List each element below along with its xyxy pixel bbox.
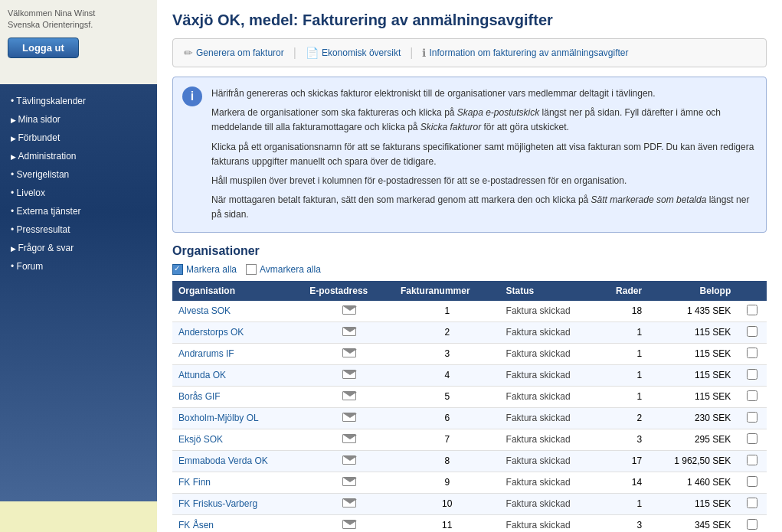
sidebar-item-frbundet[interactable]: Förbundet [0,129,157,147]
org-link[interactable]: Andrarums IF [178,348,234,359]
org-link[interactable]: FK Finn [178,477,211,488]
belopp-cell: 295 SEK [648,429,737,450]
row-checkbox-cell [737,493,767,514]
fakturanummer-cell: 3 [394,343,500,364]
email-icon[interactable] [342,520,356,529]
rader-cell: 1 [599,386,649,407]
status-cell: Faktura skickad [500,364,599,386]
belopp-cell: 1 962,50 SEK [648,450,737,472]
email-icon[interactable] [342,498,356,508]
row-select-checkbox[interactable] [747,305,757,315]
sidebar-item-pressresultat[interactable]: Pressresultat [0,220,157,239]
rader-cell: 2 [599,407,649,429]
row-checkbox-cell [737,343,767,364]
generate-invoices-button[interactable]: ✏ Generera om fakturor [181,45,287,60]
table-row: FK Åsen11Faktura skickad3345 SEK [172,514,767,532]
table-row: Boxholm-Mjölby OL6Faktura skickad2230 SE… [172,407,767,429]
org-link[interactable]: Boxholm-Mjölby OL [178,413,259,423]
row-checkbox-cell [737,429,767,450]
sidebar-item-mina-sidor[interactable]: Mina sidor [0,110,157,129]
th-rader: Rader [599,281,649,301]
org-table-body: Alvesta SOK1Faktura skickad181 435 SEKAn… [172,301,767,533]
fakturanummer-cell: 10 [394,493,500,514]
logout-button[interactable]: Logga ut [8,38,79,58]
org-link[interactable]: FK Åsen [178,520,214,530]
table-row: FK Friskus-Varberg10Faktura skickad1115 … [172,493,767,514]
table-row: Eksjö SOK7Faktura skickad3295 SEK [172,429,767,450]
org-link[interactable]: FK Friskus-Varberg [178,498,257,509]
row-select-checkbox[interactable] [747,348,757,358]
sidebar-item-externa-tjnster[interactable]: Externa tjänster [0,202,157,220]
rader-cell: 1 [599,343,649,364]
th-status: Status [500,281,599,301]
org-link[interactable]: Eksjö SOK [178,434,223,445]
email-icon[interactable] [342,370,356,379]
rader-cell: 3 [599,429,649,450]
fakturanummer-cell: 2 [394,321,500,343]
fakturanummer-cell: 6 [394,407,500,429]
info-button[interactable]: ℹ Information om fakturering av anmälnin… [419,45,631,60]
row-select-checkbox[interactable] [747,433,757,444]
rader-cell: 1 [599,364,649,386]
email-icon[interactable] [342,455,356,465]
email-icon[interactable] [342,434,356,443]
row-select-checkbox[interactable] [747,476,757,487]
economic-overview-button[interactable]: 📄 Ekonomisk översikt [303,45,404,60]
row-select-checkbox[interactable] [747,326,757,337]
email-icon[interactable] [342,477,356,486]
status-cell: Faktura skickad [500,429,599,450]
sidebar-item-administration[interactable]: Administration [0,147,157,165]
rader-cell: 3 [599,514,649,532]
row-select-checkbox[interactable] [747,455,757,465]
rader-cell: 1 [599,493,649,514]
sidebar-item-sverigelistan[interactable]: Sverigelistan [0,165,157,184]
email-icon[interactable] [342,327,356,336]
fakturanummer-cell: 7 [394,429,500,450]
email-icon[interactable] [342,348,356,357]
select-all-link[interactable]: Markera alla [172,264,237,275]
info-p4: Håll muspilen över brevet i kolumnen för… [211,174,754,188]
row-select-checkbox[interactable] [747,369,757,380]
table-row: Anderstorps OK2Faktura skickad1115 SEK [172,321,767,343]
fakturanummer-cell: 1 [394,301,500,322]
email-icon[interactable] [342,413,356,422]
row-select-checkbox[interactable] [747,519,757,530]
info-p5: När mottagaren betalt fakturan, sätt den… [211,193,754,222]
row-checkbox-cell [737,386,767,407]
unchecked-checkbox-icon [246,264,257,275]
org-section: Organisationer Markera alla Avmarkera al… [172,244,767,533]
org-link[interactable]: Borås GIF [178,391,221,402]
email-icon[interactable] [342,305,356,315]
row-checkbox-cell [737,301,767,322]
status-cell: Faktura skickad [500,321,599,343]
fakturanummer-cell: 5 [394,386,500,407]
table-row: Alvesta SOK1Faktura skickad181 435 SEK [172,301,767,322]
sidebar-item-forum[interactable]: Forum [0,257,157,276]
status-cell: Faktura skickad [500,386,599,407]
belopp-cell: 115 SEK [648,386,737,407]
separator-1: | [293,47,296,59]
info-box: i Härifrån genereras och skickas fakturo… [172,77,767,233]
info-circle-icon: i [182,86,202,106]
row-select-checkbox[interactable] [747,412,757,423]
row-checkbox-cell [737,321,767,343]
main-content: Växjö OK, medel: Fakturering av anmälnin… [157,0,782,532]
org-link[interactable]: Alvesta SOK [178,305,231,316]
sidebar-item-frgor--svar[interactable]: Frågor & svar [0,239,157,257]
info-icon-btn: ℹ [422,47,426,59]
table-row: Emmaboda Verda OK8Faktura skickad171 962… [172,450,767,472]
org-link[interactable]: Attunda OK [178,370,226,380]
sidebar-item-tvlingskalender[interactable]: Tävlingskalender [0,92,157,110]
belopp-cell: 115 SEK [648,364,737,386]
org-link[interactable]: Emmaboda Verda OK [178,455,268,466]
row-select-checkbox[interactable] [747,390,757,401]
sidebar-item-livelox[interactable]: Livelox [0,184,157,202]
org-link[interactable]: Anderstorps OK [178,327,244,338]
row-select-checkbox[interactable] [747,498,757,508]
info-p2: Markera de organisationer som ska faktur… [211,106,754,135]
row-checkbox-cell [737,407,767,429]
email-cell [303,386,394,407]
deselect-all-link[interactable]: Avmarkera alla [246,264,321,275]
separator-2: | [410,47,413,59]
email-icon[interactable] [342,391,356,400]
